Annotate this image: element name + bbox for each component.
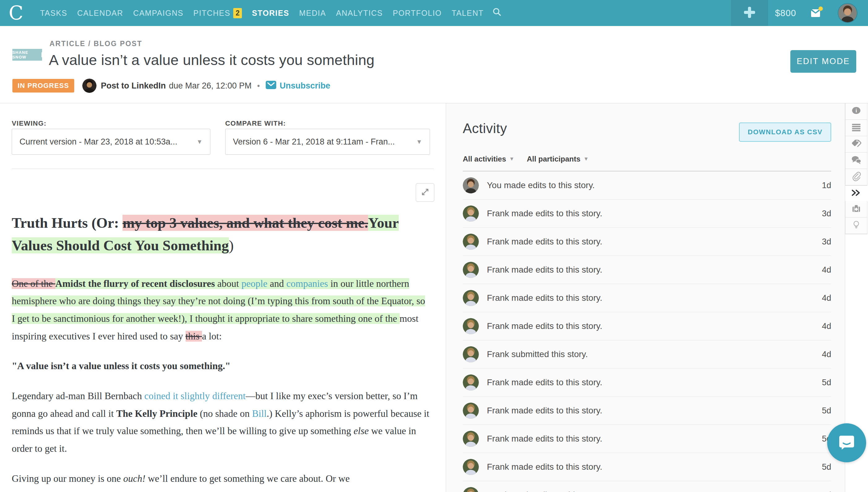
mail-icon [265,80,277,92]
status-badge: IN PROGRESS [12,79,74,93]
activity-time: 4d [822,321,831,331]
download-csv-button[interactable]: DOWNLOAD AS CSV [739,123,831,142]
nav-item-analytics[interactable]: ANALYTICS [331,9,388,18]
activity-text: Frank made edits to this story. [487,265,602,275]
double-chevron-right-icon [850,187,863,200]
nav-item-calendar[interactable]: CALENDAR [72,9,128,18]
document-panel: VIEWING: Current version - Mar 23, 2018 … [0,103,446,492]
nav-item-talent[interactable]: TALENT [447,9,489,18]
activity-row: Frank made edits to this story.4d [463,256,831,284]
activity-list: You made edits to this story.1dFrank mad… [463,171,831,492]
activity-text: Frank made edits to this story. [487,321,602,331]
activity-time: 5d [822,378,831,387]
expand-icon [420,187,430,198]
nav-item-campaigns[interactable]: CAMPAIGNS [128,9,189,18]
intercom-chat-button[interactable] [827,423,866,462]
tags-icon [851,138,862,150]
activity-time: 3d [822,237,831,247]
compare-version-dropdown[interactable]: Version 6 - Mar 21, 2018 at 9:11am - Fra… [225,129,430,155]
nav-item-stories[interactable]: STORIES [247,9,294,18]
document-paragraph: One of the Amidst the flurry of recent d… [12,275,429,345]
activity-time: 1d [822,181,831,190]
chevron-down-icon: ▼ [583,156,589,162]
rail-idea-button[interactable] [845,218,867,234]
nav-item-pitches[interactable]: PITCHES2 [188,8,247,18]
activity-text: Frank made edits to this story. [487,434,602,444]
avatar [463,290,479,306]
svg-text:i: i [856,108,857,114]
divider [12,169,434,169]
user-avatar[interactable] [838,3,858,23]
task-name: Post to LinkedIn [101,81,166,91]
doc-text: The Kelly Principle [116,408,197,419]
nav-item-label: ANALYTICS [336,9,383,18]
doc-text: One of the [12,278,55,289]
rail-comments-button[interactable] [845,152,867,169]
activity-title: Activity [463,121,507,136]
doc-text: else [354,425,369,436]
edit-mode-button[interactable]: EDIT MODE [790,50,856,73]
right-rail: i [845,103,867,234]
fullscreen-button[interactable] [416,183,434,202]
nav-item-label: TALENT [452,9,484,18]
doc-text: ) [229,237,234,253]
chevron-down-icon: ▼ [197,138,203,145]
activity-row: Frank made edits to this story.5d [463,481,831,492]
activity-text: Frank made edits to this story. [487,208,602,219]
unsubscribe-link[interactable]: Unsubscribe [265,80,330,92]
nav-item-media[interactable]: MEDIA [294,9,331,18]
doc-link[interactable]: Bill [252,408,267,419]
rail-attachment-button[interactable] [845,169,867,186]
contently-logo[interactable]: C [9,0,23,26]
top-nav: C TASKSCALENDARCAMPAIGNSPITCHES2STORIESM… [0,0,868,26]
health-kit-icon [851,203,862,215]
nav-item-tasks[interactable]: TASKS [35,9,72,18]
avatar [463,459,479,475]
document-paragraph: Giving up our money is one ouch! we’ll e… [12,470,429,488]
page-title: A value isn’t a value unless it costs yo… [49,51,375,68]
doc-text: this [186,331,202,342]
nav-right-cluster: $800 [731,0,868,26]
doc-link[interactable]: companies [286,278,328,289]
participants-filter-dropdown[interactable]: All participants▼ [527,155,589,164]
app-root: C TASKSCALENDARCAMPAIGNSPITCHES2STORIESM… [0,0,868,492]
search-icon [491,6,503,20]
plus-icon [742,5,757,21]
avatar [463,346,479,362]
chevron-down-icon: ▼ [416,138,422,145]
activity-time: 3d [822,209,831,219]
doc-link[interactable]: coined it slightly different [145,391,246,401]
activities-filter-dropdown[interactable]: All activities▼ [463,155,514,164]
avatar [463,233,479,250]
nav-item-label: PITCHES [193,9,230,18]
activity-time: 4d [822,293,831,303]
activity-text: Frank made edits to this story. [487,406,602,416]
task-due-date: due Mar 26, 12:00 PM [169,81,252,91]
balance-amount[interactable]: $800 [775,8,796,18]
activity-text: You made edits to this story. [487,180,595,190]
messages-button[interactable] [809,5,823,20]
doc-text: Giving up our money is one [12,473,123,484]
document-paragraph: "A value isn’t a value unless it costs y… [12,358,429,375]
idea-icon [851,219,862,232]
avatar [463,402,479,419]
viewing-version-dropdown[interactable]: Current version - Mar 23, 2018 at 10:53a… [12,129,210,155]
rail-tags-button[interactable] [845,136,867,152]
create-new-button[interactable] [731,0,768,26]
dot-separator: • [257,81,260,90]
info-icon: i [851,105,862,118]
chat-bubble-icon [837,432,857,453]
rail-health-kit-button[interactable] [845,201,867,218]
activity-time: 5d [822,406,831,416]
activity-text: Frank submitted this story. [487,349,588,359]
collapse-panel-button[interactable] [845,186,867,201]
rail-info-button[interactable]: i [845,103,867,120]
list-icon [851,122,862,134]
activity-time: 5d [822,490,831,492]
rail-list-button[interactable] [845,120,867,136]
nav-item-portfolio[interactable]: PORTFOLIO [388,9,447,18]
doc-link[interactable]: people [241,278,267,289]
nav-item-label: MEDIA [299,9,326,18]
compare-with-label: COMPARE WITH: [225,119,286,127]
search-button[interactable] [491,6,503,20]
